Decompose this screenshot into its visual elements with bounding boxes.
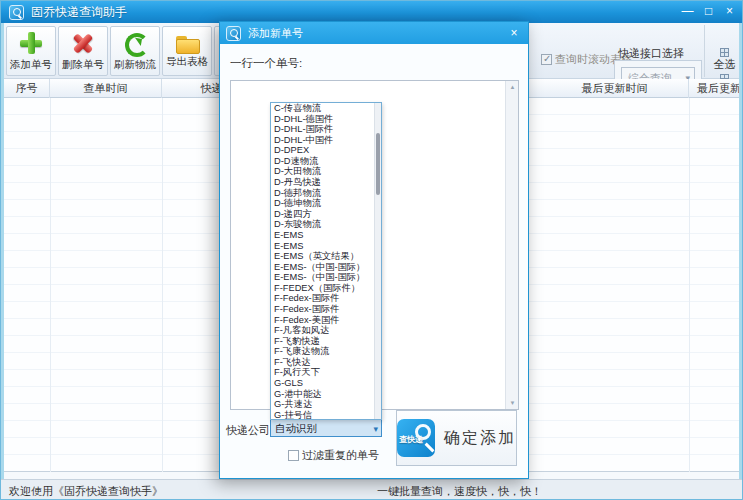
add-number-button[interactable]: 添加单号 <box>6 26 56 76</box>
column-divider <box>689 98 690 472</box>
col-最后更新时间[interactable]: 最后更新时间 <box>541 79 689 98</box>
courier-option[interactable]: F-FEDEX（国际件） <box>271 283 381 294</box>
courier-option[interactable]: F-Fedex-国际件 <box>271 304 381 315</box>
courier-option[interactable]: D-东骏物流 <box>271 219 381 230</box>
status-welcome-text: 欢迎使用《固乔快递查询快手》 <box>9 484 163 499</box>
column-divider <box>50 98 51 472</box>
courier-option[interactable]: G-GLS <box>271 378 381 389</box>
app-logo-icon <box>9 5 24 20</box>
maximize-button[interactable]: □ <box>700 3 717 20</box>
minimize-button[interactable]: — <box>679 3 696 20</box>
dialog-title: 添加新单号 <box>248 26 303 41</box>
chevron-down-icon: ▾ <box>373 421 378 437</box>
select-all-button[interactable]: 全选 <box>707 48 742 73</box>
col-查单时间[interactable]: 查单时间 <box>50 79 162 98</box>
courier-list-scrollbar[interactable] <box>374 103 381 419</box>
filter-duplicates-checkbox[interactable]: 过滤重复的单号 <box>288 448 379 463</box>
dialog-close-icon[interactable]: × <box>506 25 522 41</box>
one-per-line-label: 一行一个单号: <box>230 56 302 71</box>
scrollbar-thumb[interactable] <box>376 133 380 195</box>
courier-option[interactable]: F-飞豹快递 <box>271 336 381 347</box>
courier-option[interactable]: D-DHL-中国件 <box>271 135 381 146</box>
window-frame-right <box>739 23 742 479</box>
courier-option[interactable]: D-D速物流 <box>271 156 381 167</box>
toolbar-divider <box>704 25 705 77</box>
courier-option[interactable]: D-德坤物流 <box>271 198 381 209</box>
delete-icon <box>71 31 95 55</box>
refresh-icon <box>123 31 147 55</box>
courier-option[interactable]: F-Fedex-美国件 <box>271 315 381 326</box>
courier-option[interactable]: D-DHL-德国件 <box>271 114 381 125</box>
courier-option[interactable]: D-DHL-国际件 <box>271 124 381 135</box>
checkbox-icon <box>541 54 552 65</box>
scroll-up-icon[interactable]: ▲ <box>506 81 519 93</box>
app-title: 固乔快递查询助手 <box>31 4 127 21</box>
courier-option[interactable]: E-EMS（英文结果） <box>271 251 381 262</box>
courier-option[interactable]: G-挂号信 <box>271 410 381 420</box>
checkbox-icon <box>288 450 299 461</box>
courier-option[interactable]: D-德邦物流 <box>271 188 381 199</box>
add-number-dialog: 添加新单号 × 一行一个单号: ▲ ▼ C-传喜物流D-DHL-德国件D-DHL… <box>219 21 529 479</box>
status-bar: 欢迎使用《固乔快递查询快手》 一键批量查询，速度快，快，快！ <box>1 479 743 500</box>
courier-option[interactable]: D-递四方 <box>271 209 381 220</box>
courier-option[interactable]: G-港中能达 <box>271 389 381 400</box>
column-divider <box>162 98 163 472</box>
col-最后更新物流[interactable]: 最后更新物流 <box>689 79 741 98</box>
courier-option[interactable]: F-飞康达物流 <box>271 346 381 357</box>
courier-option[interactable]: D-大田物流 <box>271 166 381 177</box>
courier-option[interactable]: E-EMS-（中国-国际） <box>271 272 381 283</box>
courier-option[interactable]: E-EMS <box>271 241 381 252</box>
confirm-add-button[interactable]: 查快递 确定添加 <box>396 410 517 466</box>
folder-icon <box>175 34 199 52</box>
dialog-logo-icon <box>226 26 241 41</box>
app-window: 固乔快递查询助手 — □ × 添加单号 删除单号 刷新物流 导出表格 排 <box>0 0 743 500</box>
select-all-icon <box>720 48 729 57</box>
courier-option[interactable]: E-EMS <box>271 230 381 241</box>
export-table-button[interactable]: 导出表格 <box>162 26 212 76</box>
status-slogan-text: 一键批量查询，速度快，快，快！ <box>377 484 542 499</box>
dialog-titlebar: 添加新单号 × <box>220 22 528 44</box>
window-frame-left <box>1 23 4 479</box>
refresh-logistics-button[interactable]: 刷新物流 <box>110 26 160 76</box>
close-button[interactable]: × <box>721 3 738 20</box>
main-titlebar: 固乔快递查询助手 — □ × <box>1 1 743 23</box>
interface-group-title: 快递接口选择 <box>618 46 684 61</box>
courier-option[interactable]: D-丹鸟快递 <box>271 177 381 188</box>
courier-list: C-传喜物流D-DHL-德国件D-DHL-国际件D-DHL-中国件D-DPEXD… <box>270 102 382 420</box>
courier-option[interactable]: E-EMS-（中国-国际） <box>271 262 381 273</box>
confirm-add-label: 确定添加 <box>444 428 516 449</box>
textarea-scrollbar[interactable]: ▲ ▼ <box>505 81 518 409</box>
delete-number-button[interactable]: 删除单号 <box>58 26 108 76</box>
plus-icon <box>19 31 43 55</box>
courier-option[interactable]: F-凡客如风达 <box>271 325 381 336</box>
courier-option[interactable]: F-飞快达 <box>271 357 381 368</box>
col-序号[interactable]: 序号 <box>4 79 50 98</box>
courier-option[interactable]: F-Fedex-国际件 <box>271 293 381 304</box>
courier-option[interactable]: C-传喜物流 <box>271 103 381 114</box>
courier-option[interactable]: F-风行天下 <box>271 367 381 378</box>
scroll-down-icon[interactable]: ▼ <box>506 397 519 409</box>
courier-options: C-传喜物流D-DHL-德国件D-DHL-国际件D-DHL-中国件D-DPEXD… <box>271 103 381 420</box>
courier-option[interactable]: D-DPEX <box>271 145 381 156</box>
company-dropdown[interactable]: 自动识别 ▾ <box>270 419 382 437</box>
company-label: 快递公司: <box>226 423 273 438</box>
courier-option[interactable]: G-共速达 <box>271 399 381 410</box>
chakuaidi-logo-icon: 查快递 <box>397 419 435 457</box>
